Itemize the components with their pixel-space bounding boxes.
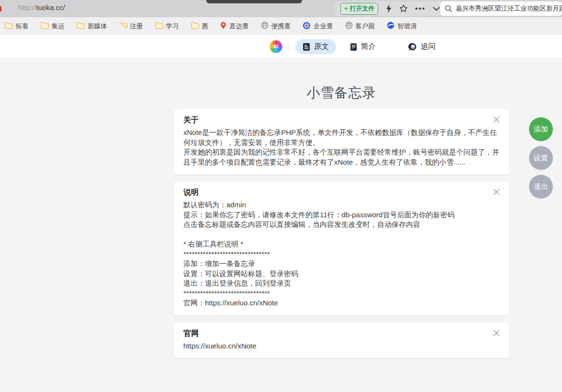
zhipu-icon: [387, 22, 394, 31]
close-icon[interactable]: [493, 189, 500, 195]
folder-icon: [5, 22, 13, 30]
bookmark-label: 智谱清: [397, 22, 417, 31]
memo-list: 关于 xNote是一款干净简洁的备忘录PHP系统，单文件开发，不依赖数据库（数据…: [174, 109, 509, 365]
bookmark-label: 企业查: [314, 22, 333, 31]
memo-card-about: 关于 xNote是一款干净简洁的备忘录PHP系统，单文件开发，不依赖数据库（数据…: [174, 109, 509, 174]
tab-original-text[interactable]: 原文: [295, 39, 336, 54]
address-bar[interactable]: http://tuoka.cc/: [18, 3, 65, 11]
bookmark-label: 拓客: [16, 22, 29, 31]
page-title: 小雪备忘录: [174, 84, 509, 102]
star-icon[interactable]: [399, 4, 408, 13]
bookmarks-bar: 拓客 集运 新媒体 注册 学习 惠 直达查 便携查 企业查 客户跟 智谱清: [0, 17, 562, 35]
bookmark-item[interactable]: 学习: [155, 22, 179, 31]
settings-button[interactable]: 设置: [529, 146, 553, 170]
side-toolbar: 添加 设置 退出: [529, 117, 553, 199]
tab-summary[interactable]: 简介: [343, 39, 383, 54]
favicon-sliver: [0, 6, 1, 11]
more-menu-icon[interactable]: •••: [415, 6, 426, 11]
search-icon: [445, 5, 452, 12]
bookmark-item[interactable]: 集运: [41, 22, 65, 31]
bookmark-label: 注册: [130, 22, 143, 31]
folder-icon: [77, 22, 85, 30]
memo-title[interactable]: 说明: [183, 188, 499, 198]
ai-logo-text: AI: [274, 44, 279, 49]
qichacha-icon: [303, 22, 311, 31]
ai-toolbar: AI 原文 简介 追问: [0, 35, 562, 59]
url-scheme: http://: [18, 3, 36, 11]
bookmark-label: 直达查: [229, 22, 249, 31]
tab-ask-followup[interactable]: 追问: [401, 39, 443, 54]
toolbar-divider: [289, 43, 289, 51]
tab-label: 原文: [314, 42, 329, 52]
logout-button[interactable]: 退出: [529, 175, 553, 199]
tab-label: 追问: [421, 42, 436, 52]
globe-icon: [345, 22, 353, 31]
open-file-button[interactable]: + 打开文件: [340, 3, 378, 15]
ai-assistant-button[interactable]: AI: [270, 40, 282, 53]
chat-bubble-icon: [408, 43, 417, 51]
chrome-toolbar: + 打开文件 •••: [334, 1, 446, 16]
memo-title[interactable]: 关于: [183, 115, 499, 125]
bookmark-item[interactable]: 便携查: [261, 22, 291, 31]
chevron-down-icon[interactable]: [433, 7, 440, 11]
bookmark-item[interactable]: 注册: [119, 22, 143, 31]
bookmark-item[interactable]: 直达查: [220, 22, 249, 31]
memo-title[interactable]: 官网: [183, 329, 499, 339]
memo-card-website: 官网 https://xueluo.cn/xNote: [174, 323, 509, 358]
search-text: 嘉兴市秀洲区望江泾工业功能区新月路: [456, 4, 562, 13]
tab-remnant: [206, 0, 302, 3]
url-host: tuoka.cc/: [36, 3, 65, 11]
map-pin-icon: [220, 22, 226, 31]
browser-chrome: http://tuoka.cc/ + 打开文件 ••• 嘉兴市秀洲区望江泾工业功…: [0, 0, 562, 17]
tab-label: 简介: [361, 42, 376, 52]
bookmark-label: 新媒体: [88, 22, 107, 31]
bookmark-label: 客户跟: [356, 22, 375, 31]
bookmark-item[interactable]: 企业查: [303, 22, 333, 31]
memo-body[interactable]: 默认密码为：admin 提示：如果你忘了密码，请修改本文件的第11行：db-pa…: [183, 200, 499, 308]
bookmark-item[interactable]: 惠: [191, 22, 209, 31]
document-icon: [303, 43, 310, 51]
close-icon[interactable]: [493, 116, 500, 123]
bookmark-item[interactable]: 客户跟: [345, 22, 375, 31]
add-memo-button[interactable]: 添加: [529, 117, 553, 141]
clipboard-icon: [350, 43, 357, 51]
lightning-icon[interactable]: [385, 4, 392, 13]
memo-card-instructions: 说明 默认密码为：admin 提示：如果你忘了密码，请修改本文件的第11行：db…: [174, 181, 509, 315]
bookmark-item[interactable]: 新媒体: [77, 22, 107, 31]
folder-icon: [41, 22, 49, 30]
close-icon[interactable]: [493, 330, 500, 336]
folder-icon: [155, 22, 163, 30]
bookmark-item[interactable]: 拓客: [5, 22, 29, 31]
bookmark-label: 便携查: [271, 22, 291, 31]
globe-icon: [261, 22, 269, 31]
memo-body[interactable]: https://xueluo.cn/xNote: [183, 341, 499, 351]
bookmark-label: 惠: [202, 22, 209, 31]
memo-body[interactable]: xNote是一款干净简洁的备忘录PHP系统，单文件开发，不依赖数据库（数据保存于…: [183, 128, 499, 167]
bookmark-label: 学习: [166, 22, 179, 31]
folder-icon: [191, 22, 199, 30]
folder-icon: [119, 22, 127, 30]
bookmark-label: 集运: [52, 22, 65, 31]
bookmark-item[interactable]: 智谱清: [387, 22, 417, 31]
search-input[interactable]: 嘉兴市秀洲区望江泾工业功能区新月路: [440, 1, 562, 16]
page-content: 小雪备忘录 关于 xNote是一款干净简洁的备忘录PHP系统，单文件开发，不依赖…: [0, 59, 562, 392]
